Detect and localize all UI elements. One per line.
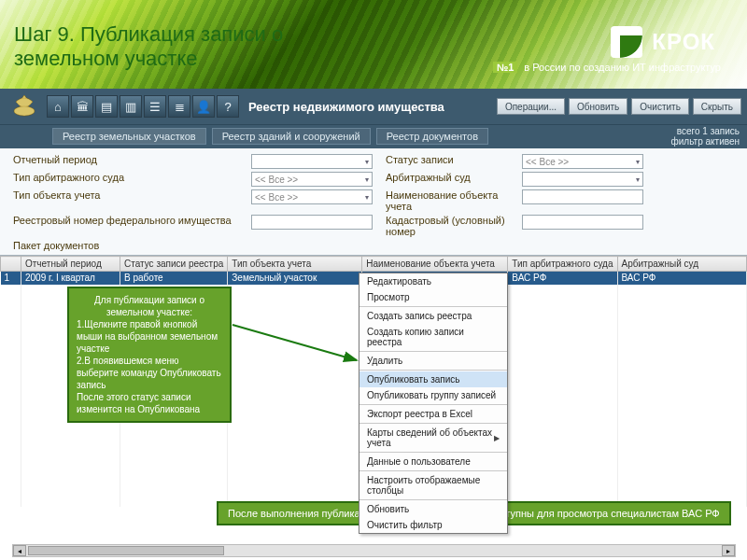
context-menu-item[interactable]: Настроить отображаемые столбцы bbox=[359, 472, 507, 498]
label-rec-status: Статус записи bbox=[382, 154, 522, 169]
label-cad-num: Кадастровый (условный) номер bbox=[382, 215, 522, 237]
submenu-arrow-icon: ▶ bbox=[494, 434, 500, 442]
obj-name-input[interactable] bbox=[522, 189, 643, 204]
context-menu-item[interactable]: Обновить bbox=[359, 501, 507, 517]
app-toolbar: ⌂ 🏛 ▤ ▥ ☰ ≣ 👤 ? Реестр недвижимого имуще… bbox=[0, 89, 747, 124]
operations-button[interactable]: Операции... bbox=[497, 98, 565, 115]
chevron-down-icon: ▾ bbox=[636, 158, 640, 166]
obj-type-select[interactable]: << Все >>▾ bbox=[251, 189, 373, 204]
rec-status-select[interactable]: << Все >>▾ bbox=[522, 154, 643, 169]
chevron-down-icon: ▾ bbox=[365, 158, 369, 166]
court-type-select[interactable]: << Все >>▾ bbox=[251, 172, 373, 187]
logo-mark-icon bbox=[611, 26, 642, 58]
tab-land-registry[interactable]: Реестр земельных участков bbox=[52, 128, 206, 145]
context-menu[interactable]: РедактироватьПросмотрСоздать запись реес… bbox=[359, 273, 508, 534]
label-fed-num: Реестровый номер федерального имущества bbox=[13, 215, 251, 237]
operation-buttons: Операции... Обновить Очистить Скрыть bbox=[497, 98, 741, 115]
period-select[interactable]: ▾ bbox=[251, 154, 373, 169]
label-period: Отчетный период bbox=[13, 154, 251, 169]
app-title: Реестр недвижимого имущества bbox=[248, 100, 497, 114]
help-icon[interactable]: ? bbox=[217, 95, 239, 118]
filter-panel: Отчетный период ▾ Статус записи << Все >… bbox=[0, 148, 747, 256]
col-status[interactable]: Статус записи реестра bbox=[120, 257, 228, 272]
fed-num-input[interactable] bbox=[251, 215, 373, 230]
col-num[interactable] bbox=[1, 257, 21, 272]
tab-bar: Реестр земельных участков Реестр зданий … bbox=[0, 124, 747, 148]
label-obj-name: Наименование объекта учета bbox=[382, 189, 522, 212]
list-icon[interactable]: ≣ bbox=[168, 95, 190, 118]
cabinet-icon[interactable]: ▥ bbox=[120, 95, 142, 118]
context-menu-item[interactable]: Создать запись реестра bbox=[359, 308, 507, 324]
building-icon[interactable]: 🏛 bbox=[71, 95, 93, 118]
tab-buildings-registry[interactable]: Реестр зданий и сооружений bbox=[212, 128, 371, 145]
col-court[interactable]: Арбитражный суд bbox=[617, 257, 747, 272]
col-objname[interactable]: Наименование объекта учета bbox=[362, 257, 508, 272]
hide-button[interactable]: Скрыть bbox=[693, 98, 741, 115]
chevron-down-icon: ▾ bbox=[636, 175, 640, 184]
clear-button[interactable]: Очистить bbox=[631, 98, 689, 115]
context-menu-item[interactable]: Удалить bbox=[359, 353, 507, 369]
table-header-row: Отчетный период Статус записи реестра Ти… bbox=[1, 257, 747, 272]
context-menu-item[interactable]: Опубликовать запись bbox=[359, 371, 507, 387]
brand-logo: КРОК bbox=[611, 26, 715, 58]
scroll-left-icon[interactable]: ◂ bbox=[13, 545, 26, 556]
col-objtype[interactable]: Тип объекта учета bbox=[228, 257, 362, 272]
user-icon[interactable]: 👤 bbox=[192, 95, 215, 118]
form-icon[interactable]: ☰ bbox=[144, 95, 166, 118]
col-courttype[interactable]: Тип арбитражного суда bbox=[508, 257, 617, 272]
emblem-icon bbox=[6, 91, 43, 121]
scroll-right-icon[interactable]: ▸ bbox=[722, 545, 735, 556]
court-select[interactable]: ▾ bbox=[522, 172, 643, 187]
slide-title: Шаг 9. Публикация записи о земельном уча… bbox=[14, 22, 294, 71]
svg-point-0 bbox=[14, 106, 35, 116]
record-counter: всего 1 запись фильтр активен bbox=[671, 126, 744, 147]
context-menu-item[interactable]: Опубликовать группу записей bbox=[359, 387, 507, 403]
chevron-down-icon: ▾ bbox=[365, 175, 369, 184]
scroll-thumb[interactable] bbox=[28, 546, 224, 555]
cad-num-input[interactable] bbox=[522, 215, 643, 230]
doc-icon[interactable]: ▤ bbox=[95, 95, 118, 118]
chevron-down-icon: ▾ bbox=[365, 193, 369, 202]
label-package: Пакет документов bbox=[13, 240, 373, 251]
label-court: Арбитражный суд bbox=[382, 172, 522, 187]
tab-documents-registry[interactable]: Реестр документов bbox=[376, 128, 488, 145]
brand-name: КРОК bbox=[652, 29, 715, 55]
context-menu-item[interactable]: Просмотр bbox=[359, 289, 507, 305]
context-menu-item[interactable]: Экспорт реестра в Excel bbox=[359, 406, 507, 422]
label-obj-type: Тип объекта учета bbox=[13, 189, 251, 212]
context-menu-item[interactable]: Редактировать bbox=[359, 273, 507, 289]
slide-banner: Шаг 9. Публикация записи о земельном уча… bbox=[0, 0, 747, 89]
brand-tagline: №1 в России по созданию ИТ инфраструктур bbox=[493, 62, 721, 73]
context-menu-item[interactable]: Очистить фильтр bbox=[359, 517, 507, 533]
toolbar-icons: ⌂ 🏛 ▤ ▥ ☰ ≣ 👤 ? bbox=[47, 95, 239, 118]
instruction-callout: Для публикации записи о земельном участк… bbox=[67, 287, 232, 423]
context-menu-item[interactable]: Карты сведений об объектах учета▶ bbox=[359, 425, 507, 451]
refresh-button[interactable]: Обновить bbox=[569, 98, 627, 115]
col-period[interactable]: Отчетный период bbox=[21, 257, 120, 272]
label-court-type: Тип арбитражного суда bbox=[13, 172, 251, 187]
context-menu-item[interactable]: Данные о пользователе bbox=[359, 454, 507, 469]
horizontal-scrollbar[interactable]: ◂ ▸ bbox=[12, 544, 736, 557]
home-icon[interactable]: ⌂ bbox=[47, 95, 69, 118]
context-menu-item[interactable]: Создать копию записи реестра bbox=[359, 324, 507, 350]
